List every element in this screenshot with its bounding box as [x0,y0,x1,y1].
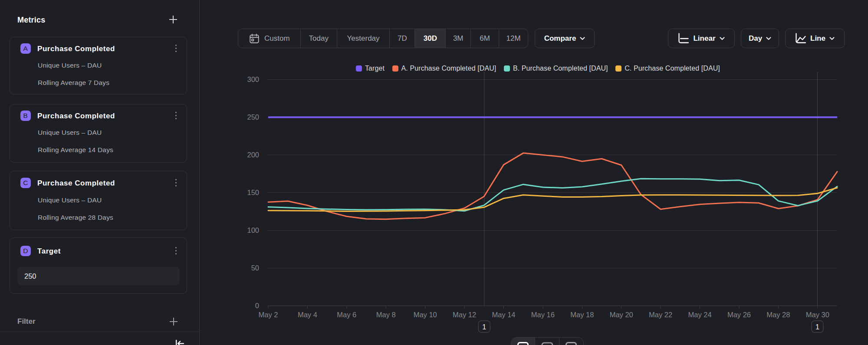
svg-text:May 26: May 26 [727,311,751,319]
svg-text:May 4: May 4 [298,311,317,319]
svg-text:1: 1 [482,323,486,331]
svg-text:200: 200 [247,151,259,159]
svg-text:May 28: May 28 [766,311,790,319]
svg-text:May 12: May 12 [453,311,476,319]
svg-text:May 14: May 14 [492,311,515,319]
svg-text:May 6: May 6 [337,311,356,319]
svg-text:100: 100 [247,226,259,234]
svg-text:May 2: May 2 [259,311,278,319]
svg-text:May 8: May 8 [376,311,396,319]
svg-text:May 22: May 22 [649,311,672,319]
svg-text:150: 150 [247,189,259,196]
svg-text:May 18: May 18 [570,311,594,319]
svg-text:300: 300 [247,75,259,83]
svg-text:250: 250 [247,113,259,121]
svg-text:May 10: May 10 [414,311,437,319]
svg-text:0: 0 [255,302,259,309]
svg-text:1: 1 [815,323,819,331]
svg-text:May 24: May 24 [688,311,712,319]
svg-text:May 30: May 30 [806,311,829,319]
svg-text:May 16: May 16 [531,311,555,319]
svg-text:May 20: May 20 [610,311,633,319]
svg-text:50: 50 [251,264,259,272]
